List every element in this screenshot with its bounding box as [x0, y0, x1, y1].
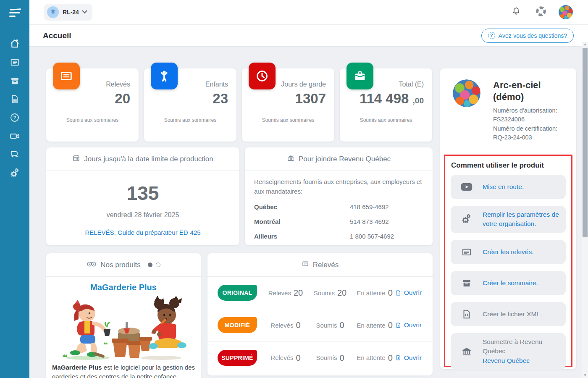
- child-icon: [151, 63, 178, 89]
- scroll-up-icon[interactable]: ▲: [582, 42, 588, 47]
- open-link[interactable]: Ouvrir: [395, 289, 422, 297]
- cell-releves: Relevés20: [268, 288, 303, 298]
- stat-footer: Soumis aux sommaires: [242, 117, 334, 123]
- chat-bubbles-icon: [9, 149, 20, 162]
- cell-en-attente: En attente0: [356, 320, 393, 330]
- main-content: Relevés 20 Soumis aux sommaires Enfants …: [29, 47, 588, 378]
- stat-footer: Soumis aux sommaires: [46, 117, 139, 123]
- sidebar-item-documents[interactable]: [0, 91, 29, 109]
- howto-item-soumettre[interactable]: Soumettre à Revenu QuébecRevenu Québec: [451, 333, 566, 370]
- youtube-play-icon: [451, 182, 483, 192]
- deadline-date: vendredi 28 février 2025: [46, 211, 239, 219]
- question-circle-icon: ?: [488, 32, 495, 39]
- sidebar: ?: [0, 0, 29, 378]
- archive-box-icon: [451, 278, 483, 289]
- carousel-dot[interactable]: [156, 262, 160, 267]
- contact-city: Québec: [254, 203, 350, 210]
- archive-box-icon: [10, 76, 20, 88]
- sidebar-item-settings[interactable]: [0, 165, 29, 183]
- stat-value: 114 498 ,00: [348, 91, 424, 107]
- divider: [249, 112, 328, 112]
- contact-row: Québec 418 659-4692: [254, 200, 423, 214]
- howto-item-fichier-xml[interactable]: Créer le fichier XML.: [451, 302, 566, 326]
- contact-row: Montréal 514 873-4692: [254, 214, 423, 229]
- howto-item-mise-en-route[interactable]: Mise en route.: [451, 175, 566, 199]
- contact-phone: 418 659-4692: [350, 203, 389, 210]
- product-switcher-label: RL-24: [63, 9, 79, 16]
- howto-item-creer-sommaire[interactable]: Créer le sommaire.: [451, 271, 566, 295]
- cell-releves: Relevés0: [268, 320, 303, 330]
- products-card: Nos produits MaGarderie Plus: [46, 253, 201, 378]
- bank-icon: [287, 154, 295, 164]
- cell-en-attente: En attente0: [356, 288, 393, 298]
- product-description: MaGarderie Plus est le logiciel pour la …: [52, 363, 195, 378]
- howto-label: Mise en route.: [483, 178, 566, 196]
- user-avatar[interactable]: [559, 5, 573, 19]
- sidebar-item-videos[interactable]: [0, 128, 29, 146]
- contact-row: Ailleurs 1 800 567-4692: [254, 229, 423, 244]
- stat-card-releves: Relevés 20 Soumis aux sommaires: [46, 68, 139, 142]
- lifebuoy-icon: [536, 6, 546, 18]
- gears-icon: [9, 168, 21, 181]
- status-badge: MODIFIÉ: [218, 317, 257, 333]
- organization-avatar: [453, 79, 480, 107]
- status-badge: ORIGINAL: [218, 285, 257, 301]
- stat-value: 1307: [250, 91, 326, 107]
- carousel-dots: [148, 262, 160, 267]
- document-lines-icon: [53, 63, 80, 89]
- support-button[interactable]: [534, 5, 548, 19]
- svg-text:?: ?: [13, 115, 16, 120]
- divider: [151, 112, 230, 112]
- stat-value: 23: [152, 91, 228, 107]
- document-lines-icon: [451, 247, 483, 257]
- contact-phone: 1 800 567-4692: [350, 233, 394, 240]
- open-link[interactable]: Ouvrir: [395, 321, 422, 329]
- stat-value: 20: [55, 91, 130, 107]
- guide-link[interactable]: RELEVÉS. Guide du préparateur ED-425: [46, 229, 239, 236]
- sidebar-item-chat[interactable]: [0, 146, 29, 165]
- gears-icon: [451, 213, 483, 225]
- questions-button[interactable]: ? Avez-vous des questions?: [481, 29, 574, 43]
- divider: [53, 112, 132, 112]
- calendar-icon: [72, 154, 80, 164]
- fleur-de-lis-icon: ⚜: [47, 6, 59, 18]
- sidebar-item-help[interactable]: ?: [0, 109, 29, 128]
- vertical-scrollbar[interactable]: ▲ ▼: [582, 42, 588, 378]
- briefcase-icon: [346, 63, 373, 89]
- scroll-down-icon[interactable]: ▼: [582, 373, 588, 378]
- howto-item-parametres[interactable]: Remplir les paramètres de votre organisa…: [451, 206, 566, 233]
- sidebar-item-forms[interactable]: [0, 54, 29, 72]
- notifications-button[interactable]: [509, 5, 523, 19]
- open-link[interactable]: Ouvrir: [395, 354, 422, 362]
- sidebar-item-summaries[interactable]: [0, 72, 29, 91]
- binoculars-icon: [87, 260, 97, 270]
- stat-cents: ,00: [413, 96, 424, 105]
- product-switcher[interactable]: ⚜ RL-24: [44, 4, 92, 21]
- sidebar-item-home[interactable]: [0, 35, 29, 54]
- document-lines-icon: [302, 260, 309, 270]
- clock-icon: [249, 63, 276, 89]
- stat-card-jours-garde: Jours de garde 1307 Soumis aux sommaires: [242, 68, 334, 142]
- organization-name: Arc-en-ciel (démo): [493, 79, 569, 102]
- auth-label: Numéros d'autorisation:: [493, 106, 569, 115]
- howto-label: Créer le fichier XML.: [483, 305, 566, 323]
- contact-city: Montréal: [254, 218, 350, 225]
- menu-toggle-icon[interactable]: [0, 0, 29, 25]
- questions-button-label: Avez-vous des questions?: [499, 32, 567, 39]
- howto-title: Comment utiliser le produit: [451, 161, 565, 170]
- deadline-title: Jours jusqu'à la date limite de producti…: [84, 155, 213, 163]
- howto-item-creer-releves[interactable]: Créer les relevés.: [451, 240, 566, 264]
- auth-value: FS2324006: [493, 115, 569, 124]
- contact-intro: Renseignements fournis aux entreprises, …: [254, 177, 423, 196]
- stat-card-total: Total (E) 114 498 ,00 Soumis aux sommair…: [340, 68, 432, 142]
- divider: [346, 112, 425, 112]
- bell-icon: [511, 6, 521, 18]
- howto-label: Créer le sommaire.: [483, 274, 566, 292]
- topbar: ⚜ RL-24: [29, 0, 588, 24]
- product-name-link[interactable]: MaGarderie Plus: [46, 283, 201, 292]
- cell-soumis: Soumis0: [309, 353, 351, 363]
- products-illustration: [46, 294, 201, 362]
- scrollbar-thumb[interactable]: [583, 48, 588, 237]
- carousel-dot-active[interactable]: [148, 262, 152, 267]
- table-row-supprime: SUPPRIMÉ Relevés0 Soumis0 En attente0 Ou…: [207, 341, 433, 374]
